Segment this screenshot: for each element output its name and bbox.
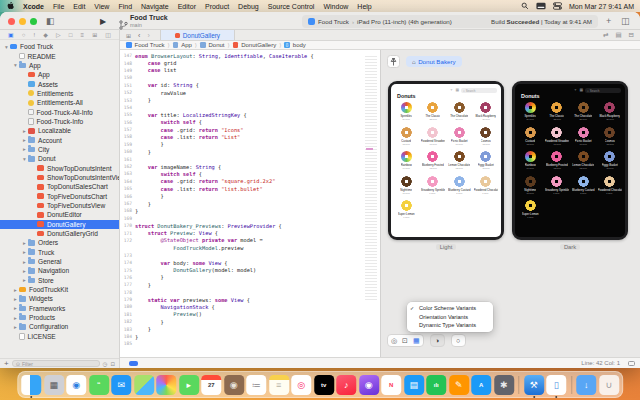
dock-settings[interactable]: ✱ bbox=[494, 375, 514, 395]
dock-music[interactable]: ♪ bbox=[336, 375, 356, 395]
menu-item-orientation-variants[interactable]: Orientation Variants bbox=[407, 313, 493, 322]
add-file-button[interactable]: + bbox=[4, 360, 9, 368]
navigator-row-topfivedonutschart[interactable]: TopFiveDonutsChart bbox=[0, 192, 119, 201]
source-line[interactable]: 158 case .list: return "List" bbox=[120, 133, 380, 140]
navigator-row-donutgallerygrid[interactable]: DonutGalleryGrid bbox=[0, 229, 119, 238]
project-title[interactable]: Food Truck main bbox=[130, 14, 168, 28]
navigator-row-navigation[interactable]: ▸Navigation bbox=[0, 266, 119, 275]
navigator-row-entitlements[interactable]: Entitlements bbox=[0, 89, 119, 98]
source-line[interactable]: 174 var body: some View { bbox=[120, 259, 380, 266]
input-switcher-icon[interactable] bbox=[536, 2, 546, 11]
menu-edit[interactable]: Edit bbox=[73, 3, 85, 10]
back-button[interactable]: ‹ bbox=[138, 32, 140, 39]
navigator-tab-3[interactable]: ◆ bbox=[43, 31, 48, 38]
source-line[interactable]: 183 } bbox=[120, 325, 380, 332]
navigator-tab-7[interactable]: ⊞ bbox=[92, 31, 97, 38]
dock-photo-booth[interactable]: ◉ bbox=[224, 375, 244, 395]
navigator-row-license[interactable]: LICENSE bbox=[0, 332, 119, 341]
navigator-tab-5[interactable]: □ bbox=[69, 32, 73, 38]
dock-reminders[interactable]: ≔ bbox=[246, 375, 266, 395]
source-line[interactable]: 173 bbox=[120, 252, 380, 259]
control-center-icon[interactable] bbox=[553, 2, 562, 11]
dock-finder[interactable] bbox=[21, 375, 41, 395]
dock-photos[interactable] bbox=[156, 375, 176, 395]
navigator-tab-6[interactable]: ≡ bbox=[81, 32, 85, 38]
preview-chip[interactable]: ⌂Donut Bakery bbox=[406, 56, 462, 67]
navigator-row-app[interactable]: App bbox=[0, 70, 119, 79]
navigator-row-foodtruckkit[interactable]: ▸FoodTruckKit bbox=[0, 285, 119, 294]
menu-editor[interactable]: Editor bbox=[178, 3, 196, 10]
source-line[interactable]: 170struct DonutBakery_Previews: PreviewP… bbox=[120, 222, 380, 229]
dock-app-store[interactable]: A bbox=[471, 375, 491, 395]
navigator-row-readme[interactable]: README bbox=[0, 51, 119, 60]
navigator-row-food-truck-all-info[interactable]: Food-Truck-All-Info bbox=[0, 107, 119, 116]
selectable-preview-icon[interactable]: ⊡ bbox=[402, 337, 408, 345]
source-line[interactable]: 171 struct Preview: View { bbox=[120, 229, 380, 236]
navigator-row-account[interactable]: ▸Account bbox=[0, 135, 119, 144]
source-line[interactable]: 152 rawValue bbox=[120, 89, 380, 96]
source-line[interactable]: 182 } bbox=[120, 318, 380, 325]
pin-preview-button[interactable] bbox=[387, 55, 400, 68]
source-line[interactable]: 160 } bbox=[120, 148, 380, 155]
navigator-row-assets[interactable]: Assets bbox=[0, 79, 119, 88]
scm-filter-icon[interactable]: ⊡ bbox=[110, 361, 115, 367]
dock-messages[interactable]: “ bbox=[89, 375, 109, 395]
breadcrumb-body[interactable]: {}body bbox=[284, 42, 306, 48]
source-line[interactable]: 149 case list bbox=[120, 67, 380, 74]
dock-mail[interactable]: ✉ bbox=[111, 375, 131, 395]
navigator-row-app[interactable]: ▾App bbox=[0, 61, 119, 70]
dock-trash[interactable]: ∪ bbox=[599, 375, 619, 395]
source-line[interactable]: 184} bbox=[120, 333, 380, 340]
source-line[interactable]: 151 var id: String { bbox=[120, 82, 380, 89]
toggle-navigator-icon[interactable]: ◧ bbox=[46, 15, 55, 27]
library-add-button[interactable]: + bbox=[606, 15, 611, 27]
navigator-row-entitlements-all[interactable]: Entitlements-All bbox=[0, 98, 119, 107]
breadcrumb-food-truck[interactable]: Food Truck bbox=[126, 42, 165, 48]
menu-source-control[interactable]: Source Control bbox=[268, 3, 315, 10]
source-line[interactable]: FoodTruckModel.preview bbox=[120, 244, 380, 251]
minimize-window-button[interactable] bbox=[19, 18, 26, 25]
navigator-tab-4[interactable]: ▷ bbox=[56, 31, 61, 38]
source-line[interactable]: 172 @StateObject private var model = bbox=[120, 237, 380, 244]
dock-maps[interactable] bbox=[134, 375, 154, 395]
source-line[interactable]: 159 } bbox=[120, 141, 380, 148]
dock-safari[interactable]: ◉ bbox=[66, 375, 86, 395]
source-line[interactable]: 147enum BrowserLayout: String, Identifia… bbox=[120, 52, 380, 59]
forward-button[interactable]: › bbox=[147, 32, 149, 39]
source-line[interactable]: 176 } bbox=[120, 274, 380, 281]
source-line[interactable]: 165 case .list: return "list.bullet" bbox=[120, 185, 380, 192]
navigator-row-configuration[interactable]: ▸Configuration bbox=[0, 322, 119, 331]
navigator-row-topdonutsaleschart[interactable]: TopDonutSalesChart bbox=[0, 182, 119, 191]
apple-menu-icon[interactable] bbox=[6, 2, 14, 10]
menu-help[interactable]: Help bbox=[357, 3, 371, 10]
source-line[interactable]: 175 DonutGallery(model: model) bbox=[120, 266, 380, 273]
source-line[interactable]: 164 case .grid: return "square.grid.2x2" bbox=[120, 178, 380, 185]
navigator-row-food-truck[interactable]: ▾Food Truck bbox=[0, 42, 119, 51]
navigator-row-frameworks[interactable]: ▸Frameworks bbox=[0, 304, 119, 313]
run-button[interactable]: ▶ bbox=[100, 16, 106, 28]
navigator-row-orders[interactable]: ▸Orders bbox=[0, 238, 119, 247]
navigator-row-store[interactable]: ▸Store bbox=[0, 276, 119, 285]
dock-tv[interactable]: tv bbox=[314, 375, 334, 395]
dock-calendar[interactable]: 27 bbox=[201, 375, 221, 395]
menu-xcode[interactable]: Xcode bbox=[23, 3, 44, 10]
dock-fitness[interactable]: ◎ bbox=[291, 375, 311, 395]
source-line[interactable]: 154 bbox=[120, 104, 380, 111]
source-line[interactable]: 163 switch self { bbox=[120, 170, 380, 177]
dock-simulator[interactable]: ▯ bbox=[546, 375, 566, 395]
live-preview-icon[interactable]: ◎ bbox=[391, 337, 397, 345]
filter-input[interactable]: ⊙Filter bbox=[12, 360, 100, 367]
recent-filter-icon[interactable]: ◷ bbox=[103, 361, 108, 367]
minimap[interactable] bbox=[365, 54, 377, 302]
dock-numbers[interactable]: ılı bbox=[426, 375, 446, 395]
navigator-tab-0[interactable]: ▣ bbox=[8, 31, 14, 38]
source-line[interactable]: 177 } bbox=[120, 281, 380, 288]
scheme-destination-bar[interactable]: Food Truck › iPad Pro (11-inch) (4th gen… bbox=[302, 15, 598, 28]
source-line[interactable]: 153 } bbox=[120, 96, 380, 103]
zoom-window-button[interactable] bbox=[30, 18, 37, 25]
source-line[interactable]: 150 bbox=[120, 74, 380, 81]
source-line[interactable]: 168} bbox=[120, 207, 380, 214]
menu-debug[interactable]: Debug bbox=[238, 3, 259, 10]
menu-find[interactable]: Find bbox=[118, 3, 132, 10]
navigator-tab-8[interactable]: ◫ bbox=[105, 31, 111, 38]
